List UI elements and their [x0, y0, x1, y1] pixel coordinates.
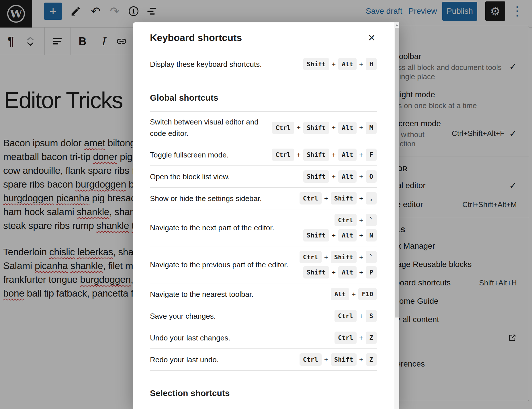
shortcut-combo: Ctrl+` — [335, 214, 377, 226]
plus-separator: + — [324, 194, 328, 202]
shortcut-combos: Ctrl+`Shift+Alt+N — [303, 214, 377, 241]
close-icon: ✕ — [368, 33, 375, 43]
shortcut-description: Undo your last changes. — [150, 332, 335, 344]
shortcut-combos: Ctrl+Z — [335, 332, 377, 344]
shortcut-row: Select all text when typing. Press again… — [150, 407, 377, 409]
key-cap: Shift — [303, 266, 329, 278]
key-cap: Alt — [338, 122, 357, 134]
plus-separator: + — [332, 151, 336, 159]
key-cap: Alt — [331, 288, 349, 300]
key-cap: Ctrl — [300, 192, 322, 204]
key-cap: , — [366, 192, 377, 204]
close-button[interactable]: ✕ — [367, 31, 377, 44]
plus-separator: + — [359, 312, 363, 320]
key-cap: Ctrl — [272, 122, 294, 134]
shortcut-combos: Ctrl+Shift+Alt+F — [272, 149, 377, 161]
key-cap: O — [366, 170, 377, 183]
key-cap: Alt — [338, 229, 357, 241]
shortcut-row: Redo your last undo.Ctrl+Shift+Z — [150, 349, 377, 371]
shortcut-description: Toggle fullscreen mode. — [150, 149, 272, 161]
key-cap: Shift — [303, 229, 329, 241]
shortcut-combo: Ctrl+S — [335, 310, 377, 322]
plus-separator: + — [359, 173, 363, 181]
shortcut-description: Open the block list view. — [150, 171, 303, 182]
shortcut-combos: Ctrl+S — [335, 310, 377, 322]
shortcut-row: Navigate to the next part of the editor.… — [150, 209, 377, 246]
shortcut-combos: Shift+Alt+H — [303, 58, 377, 70]
key-cap: Ctrl — [335, 214, 357, 226]
key-cap: Ctrl — [300, 353, 322, 366]
plus-separator: + — [359, 60, 363, 68]
keyboard-shortcuts-modal: Keyboard shortcuts ✕ Display these keybo… — [133, 22, 399, 409]
key-cap: Alt — [338, 149, 357, 161]
shortcut-combo: Shift+Alt+P — [303, 266, 377, 278]
plus-separator: + — [359, 231, 363, 239]
key-cap: F10 — [358, 288, 377, 300]
plus-separator: + — [332, 173, 336, 181]
shortcut-combos: Alt+F10 — [331, 288, 377, 300]
shortcut-row: Navigate to the nearest toolbar.Alt+F10 — [150, 283, 377, 305]
shortcut-row: Open the block list view.Shift+Alt+O — [150, 166, 377, 188]
key-cap: Alt — [338, 58, 357, 70]
key-cap: N — [366, 229, 377, 241]
shortcut-description: Navigate to the nearest toolbar. — [150, 289, 331, 300]
key-cap: S — [366, 310, 377, 322]
key-cap: ` — [366, 214, 377, 226]
shortcut-row: Show or hide the settings sidebar.Ctrl+S… — [150, 188, 377, 209]
plus-separator: + — [297, 124, 301, 132]
plus-separator: + — [332, 231, 336, 239]
key-cap: Shift — [303, 122, 329, 134]
plus-separator: + — [359, 216, 363, 224]
plus-separator: + — [332, 268, 336, 276]
shortcut-description: Navigate to the previous part of the edi… — [150, 259, 300, 270]
shortcut-row: Toggle fullscreen mode.Ctrl+Shift+Alt+F — [150, 144, 377, 166]
plus-separator: + — [324, 356, 328, 364]
plus-separator: + — [332, 60, 336, 68]
shortcut-row: Navigate to the previous part of the edi… — [150, 246, 377, 283]
key-cap: Ctrl — [335, 310, 357, 322]
key-cap: Ctrl — [300, 251, 322, 263]
shortcut-description: Navigate to the next part of the editor. — [150, 222, 303, 233]
plus-separator: + — [359, 194, 363, 202]
shortcut-combo: Ctrl+Z — [335, 332, 377, 344]
key-cap: F — [366, 149, 377, 161]
modal-scrollbar[interactable] — [394, 22, 399, 409]
key-cap: Shift — [303, 170, 329, 183]
scrollbar-thumb[interactable] — [395, 28, 399, 318]
plus-separator: + — [359, 334, 363, 342]
plus-separator: + — [324, 253, 328, 261]
plus-separator: + — [332, 124, 336, 132]
shortcut-combo: Shift+Alt+H — [303, 58, 377, 70]
shortcut-combo: Ctrl+Shift+, — [300, 192, 377, 204]
shortcut-row: Display these keyboard shortcuts.Shift+A… — [150, 53, 377, 75]
key-cap: Alt — [338, 170, 357, 183]
shortcut-combo: Shift+Alt+N — [303, 229, 377, 241]
shortcut-combos: Ctrl+Shift+Z — [300, 353, 377, 366]
shortcut-description: Save your changes. — [150, 310, 335, 322]
plus-separator: + — [352, 290, 356, 298]
shortcut-combos: Ctrl+Shift+Alt+M — [272, 122, 377, 134]
plus-separator: + — [359, 124, 363, 132]
scrollbar-up-arrow[interactable] — [394, 22, 399, 28]
shortcut-row: Undo your last changes.Ctrl+Z — [150, 327, 377, 349]
key-cap: Alt — [338, 266, 357, 278]
key-cap: H — [366, 58, 377, 70]
key-cap: Z — [366, 332, 377, 344]
shortcut-combos: Ctrl+Shift+`Shift+Alt+P — [300, 251, 377, 278]
key-cap: Shift — [331, 251, 357, 263]
shortcut-description: Show or hide the settings sidebar. — [150, 193, 300, 204]
shortcut-row: Switch between visual editor and code ed… — [150, 112, 377, 144]
modal-header: Keyboard shortcuts ✕ — [150, 22, 377, 53]
shortcut-description: Switch between visual editor and code ed… — [150, 116, 272, 139]
shortcut-combos: Shift+Alt+O — [303, 170, 377, 183]
plus-separator: + — [359, 151, 363, 159]
key-cap: Ctrl — [272, 149, 294, 161]
plus-separator: + — [359, 268, 363, 276]
shortcut-combo: Alt+F10 — [331, 288, 377, 300]
shortcut-section-heading: Selection shortcuts — [150, 388, 377, 407]
key-cap: Z — [366, 353, 377, 366]
shortcut-combo: Ctrl+Shift+` — [300, 251, 377, 263]
shortcut-combo: Ctrl+Shift+Alt+M — [272, 122, 377, 134]
key-cap: M — [366, 122, 377, 134]
key-cap: P — [366, 266, 377, 278]
